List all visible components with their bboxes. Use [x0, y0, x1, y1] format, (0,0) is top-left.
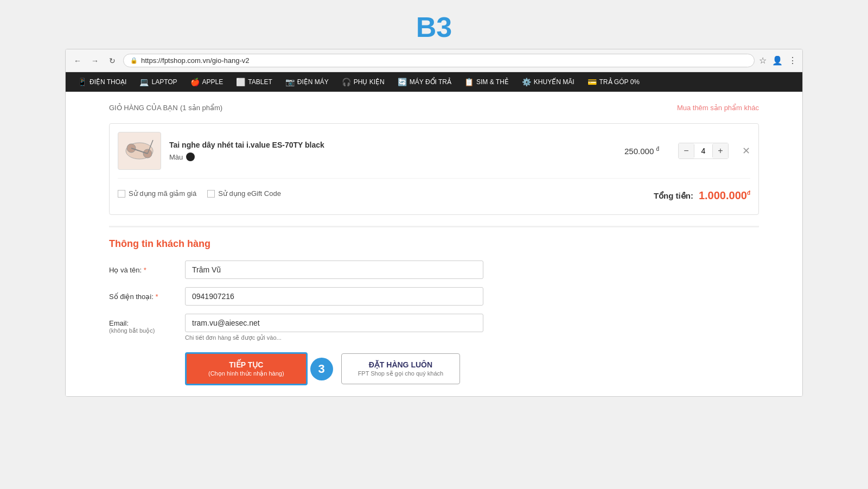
order-now-button-sub: FPT Shop sẽ gọi cho quý khách — [358, 370, 444, 377]
user-icon[interactable]: 👤 — [772, 55, 783, 66]
nav-label-sim-the: SIM & THẺ — [476, 78, 509, 86]
nav-bar: 📱 ĐIỆN THOẠI 💻 LAPTOP 🍎 APPLE ⬜ TABLET 📷… — [66, 72, 802, 92]
quantity-controls: − 4 + — [678, 143, 729, 159]
step-3-badge: 3 — [310, 358, 333, 380]
sim-icon: 📋 — [464, 78, 474, 86]
action-row: TIẾP TỤC (Chọn hình thức nhận hàng) 3 ĐẶ… — [185, 352, 759, 385]
product-info: Tai nghe dây nhét tai i.value ES-70TY bl… — [169, 141, 616, 161]
label-ho-ten: Họ và tên: * — [109, 261, 174, 274]
email-hint: Chi tiết đơn hàng sẽ được gửi vào... — [185, 334, 483, 341]
voucher-checkbox[interactable] — [118, 190, 125, 198]
nav-label-dien-thoai: ĐIỆN THOẠI — [90, 78, 126, 86]
section-title: Thông tin khách hàng — [109, 238, 759, 250]
product-row: Tai nghe dây nhét tai i.value ES-70TY bl… — [118, 132, 750, 170]
product-section: Tai nghe dây nhét tai i.value ES-70TY bl… — [109, 123, 759, 215]
required-star-sdt: * — [155, 293, 158, 301]
browser-toolbar: ← → ↻ 🔒 https://fptshop.com.vn/gio-hang-… — [66, 49, 802, 72]
egift-checkbox[interactable] — [207, 190, 215, 198]
nav-label-apple: APPLE — [202, 78, 224, 86]
form-row-sdt: Số điện thoại: * — [109, 287, 759, 306]
email-sublabel: (không bắt buộc) — [109, 327, 174, 334]
nav-item-tablet[interactable]: ⬜ TABLET — [229, 72, 278, 92]
nav-label-tablet: TABLET — [248, 78, 272, 86]
browser-right-icons: ☆ 👤 ⋮ — [759, 55, 797, 66]
customer-section: Thông tin khách hàng Họ và tên: * Số điệ… — [109, 226, 759, 385]
camera-icon: 📷 — [285, 78, 295, 86]
nav-label-khuyen-mai: KHUYẾN MÃI — [534, 78, 575, 86]
cart-title-text: GIỎ HÀNG CỦA BẠN (1 sản phẩm) — [109, 103, 222, 112]
product-image — [118, 132, 161, 170]
nav-item-tra-gop[interactable]: 💳 TRẢ GÓP 0% — [581, 72, 646, 92]
egift-checkbox-item[interactable]: Sử dụng eGift Code — [207, 189, 281, 198]
bookmark-icon[interactable]: ☆ — [759, 55, 767, 66]
product-color: Màu — [169, 153, 616, 161]
page-step-label: B3 — [0, 0, 868, 49]
form-row-email: Email: (không bắt buộc) Chi tiết đơn hàn… — [109, 314, 759, 341]
total-row: Tổng tiền: 1.000.000đ — [654, 185, 750, 202]
nav-item-apple[interactable]: 🍎 APPLE — [184, 72, 230, 92]
label-email: Email: (không bắt buộc) — [109, 314, 174, 334]
cart-title: GIỎ HÀNG CỦA BẠN (1 sản phẩm) — [109, 103, 222, 112]
form-row-ho-ten: Họ và tên: * — [109, 261, 759, 279]
required-star-ho-ten: * — [144, 266, 146, 274]
nav-label-dien-may: ĐIỆN MÁY — [297, 78, 329, 86]
nav-label-tra-gop: TRẢ GÓP 0% — [599, 78, 640, 86]
apple-icon: 🍎 — [190, 78, 200, 86]
nav-item-dien-thoai[interactable]: 📱 ĐIỆN THOẠI — [71, 72, 133, 92]
nav-item-phu-kien[interactable]: 🎧 PHỤ KIỆN — [335, 72, 391, 92]
product-name: Tai nghe dây nhét tai i.value ES-70TY bl… — [169, 141, 616, 149]
voucher-checkbox-item[interactable]: Sử dụng mã giảm giá — [118, 189, 196, 198]
quantity-decrease-button[interactable]: − — [679, 143, 694, 158]
nav-item-may-doi-tra[interactable]: 🔄 MÁY ĐỔI TRẢ — [391, 72, 458, 92]
voucher-label: Sử dụng mã giảm giá — [129, 189, 196, 198]
product-price: 250.000 đ — [624, 146, 659, 156]
tablet-icon: ⬜ — [236, 78, 245, 86]
gear-icon: ⚙️ — [522, 78, 531, 86]
phone-icon: 📱 — [78, 78, 87, 86]
forward-button[interactable]: → — [88, 54, 101, 67]
nav-label-laptop: LAPTOP — [151, 78, 177, 86]
egift-label: Sử dụng eGift Code — [218, 189, 281, 198]
lock-icon: 🔒 — [130, 57, 138, 64]
input-sdt[interactable] — [185, 287, 483, 306]
nav-item-dien-may[interactable]: 📷 ĐIỆN MÁY — [279, 72, 335, 92]
nav-label-may-doi-tra: MÁY ĐỔI TRẢ — [410, 78, 451, 86]
label-sdt: Số điện thoại: * — [109, 287, 174, 301]
voucher-row: Sử dụng mã giảm giá Sử dụng eGift Code T… — [118, 178, 750, 206]
credit-card-icon: 💳 — [588, 78, 597, 86]
nav-label-phu-kien: PHỤ KIỆN — [354, 78, 385, 86]
continue-button[interactable]: TIẾP TỤC (Chọn hình thức nhận hàng) — [185, 352, 308, 385]
reload-button[interactable]: ↻ — [106, 54, 119, 67]
nav-item-laptop[interactable]: 💻 LAPTOP — [133, 72, 183, 92]
refresh-icon: 🔄 — [398, 78, 407, 86]
cart-header: GIỎ HÀNG CỦA BẠN (1 sản phẩm) Mua thêm s… — [109, 103, 759, 112]
headphone-icon: 🎧 — [342, 78, 351, 86]
color-label: Màu — [169, 153, 183, 161]
continue-button-sub: (Chọn hình thức nhận hàng) — [208, 370, 284, 377]
address-bar[interactable]: 🔒 https://fptshop.com.vn/gio-hang-v2 — [123, 54, 755, 67]
order-now-button[interactable]: ĐẶT HÀNG LUÔN FPT Shop sẽ gọi cho quý kh… — [341, 353, 461, 384]
quantity-increase-button[interactable]: + — [713, 143, 728, 158]
buy-more-link[interactable]: Mua thêm sản phẩm khác — [677, 104, 759, 112]
url-text: https://fptshop.com.vn/gio-hang-v2 — [141, 56, 249, 65]
nav-item-khuyen-mai[interactable]: ⚙️ KHUYẾN MÃI — [515, 72, 581, 92]
total-amount: 1.000.000đ — [699, 189, 750, 202]
input-ho-ten[interactable] — [185, 261, 483, 279]
total-label: Tổng tiền: — [654, 191, 693, 201]
input-email[interactable] — [185, 314, 483, 332]
back-button[interactable]: ← — [71, 54, 84, 67]
color-swatch-black — [186, 153, 195, 161]
remove-product-button[interactable]: ✕ — [742, 145, 750, 157]
laptop-icon: 💻 — [139, 78, 149, 86]
main-content: GIỎ HÀNG CỦA BẠN (1 sản phẩm) Mua thêm s… — [66, 92, 802, 396]
nav-item-sim-the[interactable]: 📋 SIM & THẺ — [458, 72, 515, 92]
quantity-value: 4 — [694, 144, 713, 157]
menu-icon[interactable]: ⋮ — [788, 55, 797, 66]
